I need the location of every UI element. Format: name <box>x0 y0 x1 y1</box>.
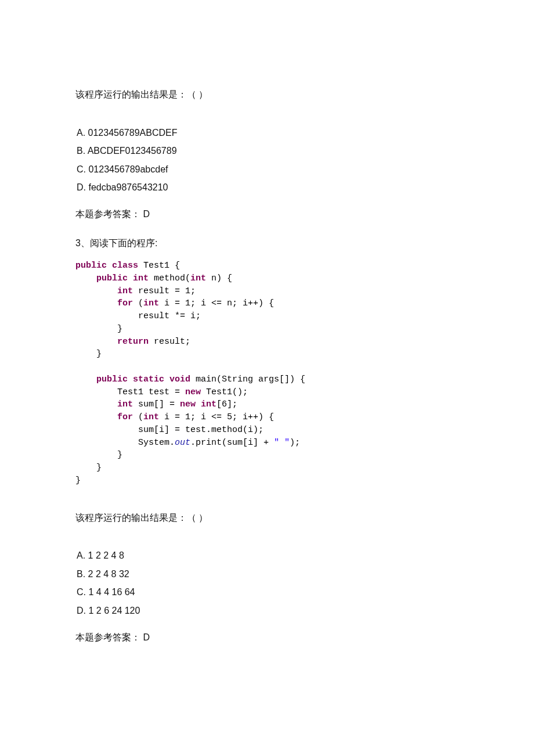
code-token <box>75 273 96 283</box>
code-token: ( <box>133 298 143 308</box>
code-token <box>164 375 169 384</box>
code-token: i = 1; i <= n; i++) { <box>159 298 274 308</box>
code-token: int <box>143 298 159 308</box>
q3-option-a: A. 1 2 2 4 8 <box>77 548 459 563</box>
code-token: result; <box>149 337 190 347</box>
code-token <box>75 399 117 409</box>
document-page: 该程序运行的输出结果是：（ ） A. 0123456789ABCDEF B. A… <box>0 0 534 693</box>
q2-option-b: B. ABCDEF0123456789 <box>77 143 459 159</box>
code-token: sum[] = <box>133 399 180 409</box>
code-token: " " <box>274 438 290 448</box>
q3-option-d: D. 1 2 6 24 120 <box>77 603 459 618</box>
code-token: for <box>117 412 133 422</box>
code-token: public <box>75 261 107 271</box>
q2-option-d: D. fedcba9876543210 <box>77 180 459 195</box>
code-token: Test1(); <box>201 387 248 397</box>
code-token: } <box>75 324 122 334</box>
code-token: result = 1; <box>133 286 196 296</box>
code-token: System. <box>75 438 175 448</box>
q3-stem: 该程序运行的输出结果是：（ ） <box>75 510 459 525</box>
code-token: new <box>185 387 201 397</box>
code-token: int <box>133 273 149 283</box>
code-token: new <box>180 399 196 409</box>
code-token: public <box>96 273 128 283</box>
q3-code-block: public class Test1 { public int method(i… <box>75 260 459 487</box>
code-token <box>75 298 117 308</box>
code-token: for <box>117 298 133 308</box>
code-token <box>196 399 201 409</box>
code-token: out <box>175 438 190 448</box>
code-token <box>75 375 96 384</box>
code-token: i = 1; i <= 5; i++) { <box>159 412 274 422</box>
code-token: } <box>75 476 81 485</box>
code-token: [6]; <box>217 399 237 409</box>
code-token: n) { <box>206 273 232 283</box>
code-token: ( <box>133 412 143 422</box>
code-token: public <box>96 375 128 384</box>
code-token: result *= i; <box>75 311 201 321</box>
code-token: } <box>75 349 102 359</box>
code-token: int <box>143 412 159 422</box>
code-token: int <box>190 273 206 283</box>
code-token: } <box>75 450 122 460</box>
q3-option-c: C. 1 4 4 16 64 <box>77 585 459 600</box>
code-token: return <box>117 337 149 347</box>
code-token: .print(sum[i] + <box>190 438 274 448</box>
q2-stem: 该程序运行的输出结果是：（ ） <box>75 87 459 102</box>
code-token: ); <box>290 438 300 448</box>
code-token: int <box>117 286 133 296</box>
q2-answer: 本题参考答案： D <box>75 207 459 222</box>
code-token: Test1 { <box>138 261 180 271</box>
q2-option-c: C. 0123456789abcdef <box>77 162 459 177</box>
q2-option-a: A. 0123456789ABCDEF <box>77 125 459 141</box>
code-token <box>75 337 117 347</box>
code-token <box>75 412 117 422</box>
q3-heading: 3、阅读下面的程序: <box>75 236 459 251</box>
code-token <box>128 273 133 283</box>
code-token: } <box>75 463 102 473</box>
q2-options: A. 0123456789ABCDEF B. ABCDEF0123456789 … <box>75 125 459 195</box>
code-token <box>128 375 133 384</box>
code-token: void <box>169 375 190 384</box>
code-token <box>75 286 117 296</box>
code-token: Test1 test = <box>75 387 185 397</box>
q3-options: A. 1 2 2 4 8 B. 2 2 4 8 32 C. 1 4 4 16 6… <box>75 548 459 618</box>
code-token <box>107 261 112 271</box>
q3-answer: 本题参考答案： D <box>75 630 459 645</box>
code-token: sum[i] = test.method(i); <box>75 425 264 435</box>
code-token: method( <box>149 273 190 283</box>
code-token: int <box>201 399 217 409</box>
code-token: static <box>133 375 164 384</box>
q3-option-b: B. 2 2 4 8 32 <box>77 567 459 582</box>
code-token: int <box>117 399 133 409</box>
code-token: main(String args[]) { <box>190 375 305 384</box>
code-token: class <box>112 261 138 271</box>
